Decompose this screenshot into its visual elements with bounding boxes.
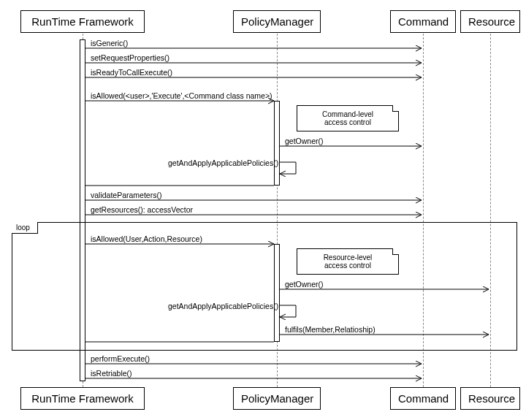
participant-command-bottom: Command xyxy=(390,387,456,410)
msg-getAndApplyApplicablePolicies-1: getAndApplyApplicablePolicies() xyxy=(168,159,278,167)
msg-getOwner-1: getOwner() xyxy=(285,137,324,145)
arrows-layer xyxy=(7,7,519,413)
participant-runtime-bottom: RunTime Framework xyxy=(20,387,145,410)
loop-frame xyxy=(12,222,517,351)
msg-isRetriable: isRetriable() xyxy=(91,369,132,378)
msg-isAllowed-execute: isAllowed(<user>,'Execute',<Command clas… xyxy=(91,91,272,100)
note-command-level: Command-level access control xyxy=(297,105,399,131)
participant-resource-bottom: Resource xyxy=(460,387,520,410)
msg-setRequestProperties: setRequestProperties() xyxy=(91,53,169,62)
msg-getResources: getResources(): accessVector xyxy=(91,205,193,214)
note-line: Command-level xyxy=(322,110,373,118)
loop-label: loop xyxy=(12,222,38,234)
sequence-diagram: RunTime Framework PolicyManager Command … xyxy=(7,7,519,413)
note-line: access control xyxy=(324,118,371,126)
msg-isReadyToCallExecute: isReadyToCallExecute() xyxy=(91,68,172,77)
msg-isGeneric: isGeneric() xyxy=(91,39,128,47)
msg-validateParameters: validateParameters() xyxy=(91,191,161,199)
msg-performExecute: performExecute() xyxy=(91,354,150,363)
participant-policy-bottom: PolicyManager xyxy=(233,387,321,410)
